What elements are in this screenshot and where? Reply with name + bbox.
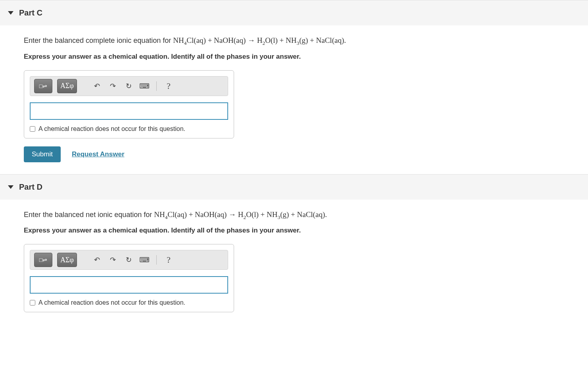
keyboard-button[interactable]: ⌨ xyxy=(139,81,150,92)
template-button[interactable]: □⇌ xyxy=(34,253,52,267)
question-prompt: Enter the balanced net ionic equation fo… xyxy=(24,209,564,221)
answer-input[interactable] xyxy=(30,102,228,120)
submit-button[interactable]: Submit xyxy=(24,146,61,162)
help-button[interactable]: ? xyxy=(163,81,174,92)
question-prompt: Enter the balanced complete ionic equati… xyxy=(24,35,564,47)
no-reaction-checkbox[interactable] xyxy=(30,300,35,306)
no-reaction-label: A chemical reaction does not occur for t… xyxy=(38,299,185,306)
undo-button[interactable]: ↶ xyxy=(91,81,102,92)
keyboard-button[interactable]: ⌨ xyxy=(139,254,150,265)
no-reaction-checkbox[interactable] xyxy=(30,126,35,132)
part-header[interactable]: Part D xyxy=(0,174,588,200)
collapse-caret-icon[interactable] xyxy=(8,11,13,15)
part-header[interactable]: Part C xyxy=(0,0,588,25)
template-button[interactable]: □⇌ xyxy=(34,79,52,93)
redo-button[interactable]: ↷ xyxy=(107,254,118,265)
no-reaction-label: A chemical reaction does not occur for t… xyxy=(38,125,185,133)
answer-box: □⇌ ΑΣφ ↶ ↷ ↻ ⌨ ? A chemical reaction doe… xyxy=(24,70,234,138)
undo-button[interactable]: ↶ xyxy=(91,254,102,265)
collapse-caret-icon[interactable] xyxy=(8,185,13,189)
reset-button[interactable]: ↻ xyxy=(123,254,134,265)
actions-row: Submit Request Answer xyxy=(24,146,564,162)
reset-button[interactable]: ↻ xyxy=(123,81,134,92)
toolbar-separator xyxy=(156,81,157,91)
part-title: Part C xyxy=(19,8,42,17)
answer-instruction: Express your answer as a chemical equati… xyxy=(24,227,564,234)
toolbar-separator xyxy=(156,255,157,265)
request-answer-link[interactable]: Request Answer xyxy=(72,150,125,158)
redo-button[interactable]: ↷ xyxy=(107,81,118,92)
chemical-equation: NH4Cl(aq) + NaOH(aq) → H2O(l) + NH3(g) +… xyxy=(173,36,346,44)
answer-input[interactable] xyxy=(30,276,228,294)
greek-symbols-button[interactable]: ΑΣφ xyxy=(57,253,77,267)
answer-instruction: Express your answer as a chemical equati… xyxy=(24,53,564,61)
answer-box: □⇌ ΑΣφ ↶ ↷ ↻ ⌨ ? A chemical reaction doe… xyxy=(24,244,234,312)
equation-toolbar: □⇌ ΑΣφ ↶ ↷ ↻ ⌨ ? xyxy=(30,76,228,96)
help-button[interactable]: ? xyxy=(163,254,174,265)
greek-symbols-button[interactable]: ΑΣφ xyxy=(57,79,77,93)
chemical-equation: NH4Cl(aq) + NaOH(aq) → H2O(l) + NH3(g) +… xyxy=(154,210,327,219)
equation-toolbar: □⇌ ΑΣφ ↶ ↷ ↻ ⌨ ? xyxy=(30,250,228,270)
part-title: Part D xyxy=(19,183,42,192)
